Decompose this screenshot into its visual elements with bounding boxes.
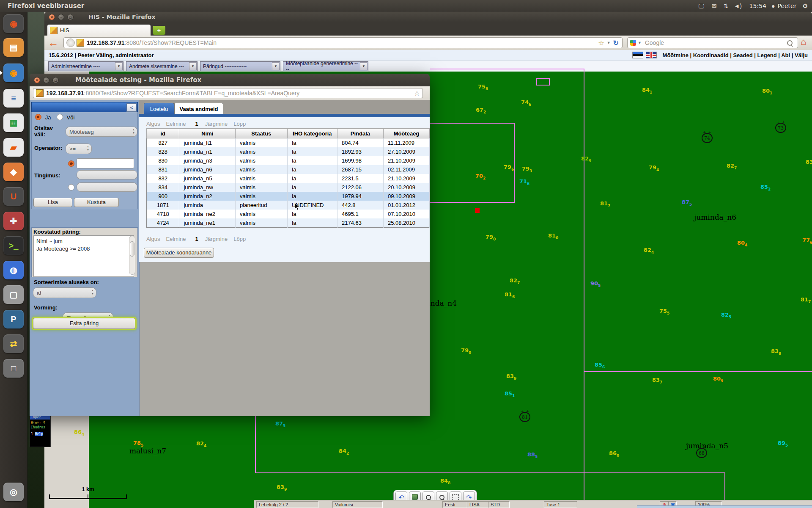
dialog-maximize-icon[interactable]: ▫ [52,77,59,83]
launcher-libreoffice-writer[interactable]: ≡ [3,89,24,108]
search-bar[interactable]: ▼ Google [627,37,798,48]
area-report-button[interactable]: Mõõtealade koondaruanne [144,248,214,258]
bookmark-star-icon[interactable]: ☆ [598,39,604,47]
column-header-mõõteaeg[interactable]: Mõõteaeg [383,129,429,138]
table-cell[interactable]: valmis [236,174,288,183]
session-user[interactable]: Peeter [777,3,796,9]
table-cell[interactable]: 804.74 [337,138,383,148]
table-cell[interactable]: valmis [236,183,288,192]
table-cell[interactable]: 01.01.2012 [383,201,429,210]
table-cell[interactable]: Ia [287,138,337,148]
table-cell[interactable]: juminda_n6 [179,165,236,174]
menu-select-4[interactable]: Mõõteplaanide genereerimine ----▼ [283,61,368,71]
table-row[interactable]: 827juminda_lt1valmisIa804.7411.11.2009 [147,138,430,148]
table-cell[interactable]: 02.11.2009 [383,165,429,174]
page-first-link[interactable]: Algus [146,121,160,127]
add-button[interactable]: Lisa [33,198,72,207]
table-row[interactable]: 828juminda_n1valmisIa1892.9327.10.2009 [147,147,430,156]
table-cell[interactable]: juminda_n5 [179,174,236,183]
table-cell[interactable]: 20.10.2009 [383,183,429,192]
table-cell[interactable]: 25.08.2010 [383,218,429,228]
mail-icon[interactable]: ✉ [708,3,721,9]
table-row[interactable]: 900juminda_n2valmisIa1979.9409.10.2009 [147,192,430,201]
table-cell[interactable]: juminda_n1 [179,147,236,156]
launcher-remote-desktop[interactable]: ⇄ [3,334,24,353]
table-cell[interactable]: valmis [236,147,288,156]
launcher-terminal[interactable]: >_ [3,236,24,255]
table-cell[interactable]: valmis [236,210,288,218]
table-cell[interactable]: planeeritud [236,201,288,210]
dialog-minimize-icon[interactable]: – [43,77,49,83]
condition-radio-2[interactable] [68,184,74,190]
table-cell[interactable]: juminda_lt1 [179,138,236,148]
condition-select-1[interactable] [77,170,137,179]
window-close-icon[interactable]: ✕ [49,14,55,20]
table-cell[interactable]: 1979.94 [337,192,383,201]
table-cell[interactable]: 2122.06 [337,183,383,192]
launcher-files[interactable]: ▤ [3,38,24,57]
page-prev-link[interactable]: Eelmine [166,121,186,127]
volume-icon[interactable]: ◄) [732,3,744,9]
window-minimize-icon[interactable]: – [58,14,64,20]
table-cell[interactable]: Ia [287,147,337,156]
query-scrollbar[interactable] [129,236,135,275]
table-cell[interactable]: juminda [179,201,236,210]
flag-uk-icon[interactable] [646,52,657,58]
table-cell[interactable]: juminda_n2 [179,192,236,201]
table-cell[interactable]: 21.10.2009 [383,174,429,183]
search-field-select[interactable]: Mõõteaeg [66,127,137,137]
table-cell[interactable]: Ia [287,192,337,201]
page-prev-link[interactable]: Eelmine [166,236,186,242]
launcher-software-center[interactable]: ◆ [3,163,24,181]
new-tab-button[interactable]: + [153,26,165,35]
table-cell[interactable]: 442.8 [337,201,383,210]
condition-radio-1[interactable] [68,160,74,167]
page-last-link[interactable]: Lõpp [233,121,246,127]
table-row[interactable]: 4718juminda_ne2valmisIa4695.107.10.2010 [147,210,430,218]
flag-estonia-icon[interactable] [632,52,643,58]
condition-input[interactable] [77,158,134,168]
table-cell[interactable]: valmis [236,218,288,228]
table-cell[interactable]: 11.11.2009 [383,138,429,148]
table-row[interactable]: 834juminda_nwvalmisIa2122.0620.10.2009 [147,183,430,192]
sync-arrows-icon[interactable]: ⇅ [721,3,732,9]
table-cell[interactable]: juminda_ne2 [179,210,236,218]
table-cell[interactable]: Ia [287,210,337,218]
tab-his[interactable]: HIS [47,24,151,36]
table-cell[interactable]: juminda_ne1 [179,218,236,228]
table-cell[interactable]: 1871 [147,201,179,210]
column-header-pindala[interactable]: Pindala [337,129,383,138]
table-cell[interactable]: 07.10.2010 [383,210,429,218]
table-row[interactable]: 832juminda_n5valmisIa2231.521.10.2009 [147,174,430,183]
chevron-down-icon[interactable]: ▼ [189,62,197,70]
table-cell[interactable]: 2231.5 [337,174,383,183]
table-cell[interactable]: 827 [147,138,179,148]
built-query-textarea[interactable]: Nimi ~ jum Ja Mõõteaeg >= 2008 [33,235,134,277]
reload-icon[interactable]: ↻ [613,39,619,47]
menu-select-3[interactable]: Päringud -------------▼ [200,61,280,71]
radio-ja[interactable] [35,114,41,120]
table-row[interactable]: 831juminda_n6valmisIa2687.1502.11.2009 [147,165,430,174]
tab-loetelu[interactable]: Loetelu [144,103,174,114]
table-row[interactable]: 830juminda_n3valmisIa1699.9821.10.2009 [147,156,430,165]
search-icon[interactable] [787,40,793,46]
firefox-titlebar[interactable]: ✕ – ▫ HIS - Mozilla Firefox [44,12,812,22]
table-cell[interactable]: valmis [236,165,288,174]
sort-select[interactable]: id [33,287,96,298]
page-first-link[interactable]: Algus [146,236,160,242]
clock[interactable]: 15:54 [749,3,766,9]
table-cell[interactable]: 09.10.2009 [383,192,429,201]
running-indicator[interactable] [0,71,3,75]
table-cell[interactable]: 4718 [147,210,179,218]
condition-select-2[interactable] [77,182,137,192]
top-menu-links[interactable]: Mõõtmine | Koordinaadid | Seaded | Legen… [663,52,808,58]
table-cell[interactable]: juminda_n3 [179,156,236,165]
column-header-nimi[interactable]: Nimi [179,129,236,138]
table-cell[interactable]: 828 [147,147,179,156]
launcher-system-tools[interactable]: ✚ [3,212,24,230]
launcher-screenshot[interactable]: ◎ [3,483,24,501]
table-cell[interactable]: Ia [287,183,337,192]
table-cell[interactable]: juminda_nw [179,183,236,192]
radio-voi[interactable] [57,114,63,120]
tab-vaata-andmeid[interactable]: Vaata andmeid [174,103,223,114]
